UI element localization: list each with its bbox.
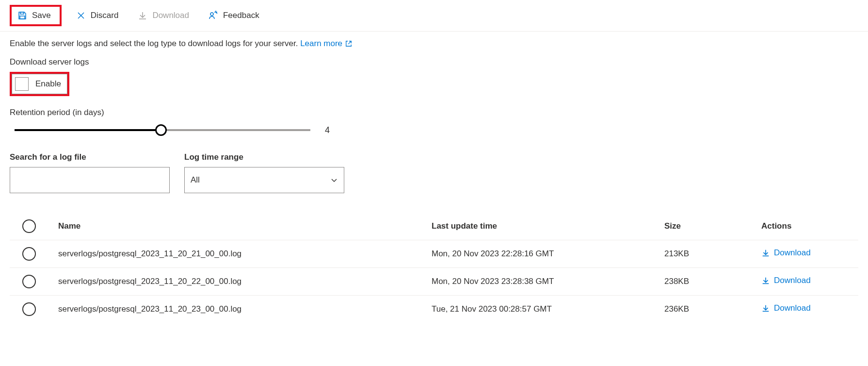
save-button[interactable]: Save (13, 8, 56, 23)
download-button: Download (133, 8, 194, 23)
learn-more-label: Learn more (300, 39, 342, 49)
row-download-link[interactable]: Download (761, 276, 811, 285)
row-name: serverlogs/postgresql_2023_11_20_21_00_0… (58, 249, 432, 259)
enable-toggle[interactable]: Enable (12, 74, 67, 94)
svg-rect-0 (20, 12, 24, 14)
col-header-actions: Actions (761, 221, 858, 231)
row-radio[interactable] (22, 247, 36, 261)
row-download-label: Download (774, 276, 811, 285)
table-row: serverlogs/postgresql_2023_11_20_21_00_0… (10, 240, 858, 268)
save-icon (17, 11, 27, 20)
chevron-down-icon (330, 176, 338, 184)
slider-thumb[interactable] (155, 124, 167, 136)
feedback-label: Feedback (223, 11, 259, 20)
retention-value: 4 (325, 125, 330, 135)
description-text: Enable the server logs and select the lo… (10, 39, 858, 49)
feedback-button[interactable]: Feedback (204, 8, 264, 23)
row-download-link[interactable]: Download (761, 248, 811, 258)
row-last-update: Tue, 21 Nov 2023 00:28:57 GMT (432, 304, 664, 314)
slider-track-empty (160, 129, 310, 131)
logs-table: Name Last update time Size Actions serve… (10, 213, 858, 323)
enable-highlight-wrap: Enable (10, 72, 69, 96)
table-row: serverlogs/postgresql_2023_11_20_23_00_0… (10, 296, 858, 323)
discard-label: Discard (91, 11, 119, 20)
discard-button[interactable]: Discard (71, 8, 124, 23)
retention-label: Retention period (in days) (10, 108, 858, 117)
description-static: Enable the server logs and select the lo… (10, 39, 298, 48)
close-icon (76, 11, 86, 20)
save-highlight-wrap: Save (10, 5, 62, 26)
col-header-size[interactable]: Size (664, 221, 761, 231)
col-header-name[interactable]: Name (58, 221, 432, 231)
toolbar: Save Discard Download (0, 0, 868, 32)
search-label: Search for a log file (10, 152, 170, 162)
svg-rect-1 (20, 16, 25, 19)
timerange-selected: All (191, 175, 200, 185)
select-all-radio[interactable] (22, 219, 36, 233)
row-radio[interactable] (22, 275, 36, 288)
row-download-link[interactable]: Download (761, 303, 811, 313)
row-size: 213KB (664, 249, 761, 259)
row-size: 238KB (664, 277, 761, 286)
row-name: serverlogs/postgresql_2023_11_20_23_00_0… (58, 304, 432, 314)
download-icon (761, 276, 770, 285)
timerange-select[interactable]: All (184, 167, 344, 193)
row-last-update: Mon, 20 Nov 2023 22:28:16 GMT (432, 249, 664, 259)
row-download-label: Download (774, 303, 811, 313)
save-label: Save (32, 11, 51, 20)
download-icon (761, 304, 770, 313)
timerange-label: Log time range (184, 152, 344, 162)
row-last-update: Mon, 20 Nov 2023 23:28:38 GMT (432, 277, 664, 286)
retention-slider[interactable] (10, 124, 310, 136)
row-name: serverlogs/postgresql_2023_11_20_22_00_0… (58, 277, 432, 286)
svg-line-7 (348, 41, 351, 44)
download-label: Download (152, 11, 189, 20)
search-input[interactable] (10, 167, 170, 193)
enable-label: Enable (35, 79, 61, 89)
external-link-icon (345, 40, 352, 47)
enable-checkbox[interactable] (15, 77, 29, 91)
learn-more-link[interactable]: Learn more (300, 39, 352, 49)
feedback-icon (209, 11, 218, 20)
row-size: 236KB (664, 304, 761, 314)
row-download-label: Download (774, 248, 811, 258)
table-header-row: Name Last update time Size Actions (10, 213, 858, 240)
download-icon (761, 249, 770, 257)
download-logs-label: Download server logs (10, 57, 858, 67)
col-header-last-update[interactable]: Last update time (432, 221, 664, 231)
svg-point-6 (210, 13, 213, 16)
download-icon (138, 11, 147, 20)
table-row: serverlogs/postgresql_2023_11_20_22_00_0… (10, 268, 858, 296)
slider-track-filled (15, 129, 160, 131)
row-radio[interactable] (22, 302, 36, 316)
